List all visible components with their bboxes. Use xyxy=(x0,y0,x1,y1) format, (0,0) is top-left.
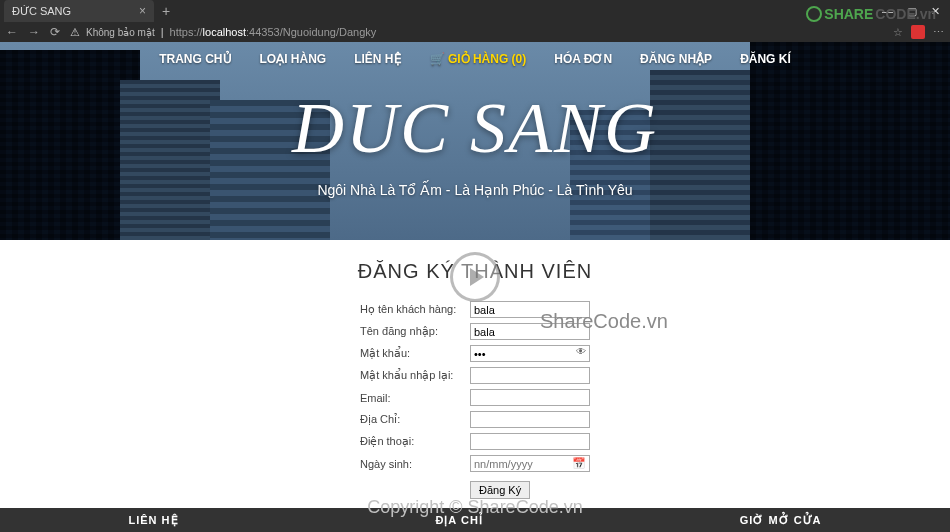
nav-category[interactable]: LOẠI HÀNG xyxy=(260,52,327,66)
sharecode-icon xyxy=(806,6,822,22)
browser-tab[interactable]: ĐỨC SANG × xyxy=(4,0,154,22)
menu-icon[interactable]: ⋯ xyxy=(933,26,944,39)
play-icon[interactable] xyxy=(450,252,500,302)
nav-invoice[interactable]: HÓA ĐƠN xyxy=(554,52,612,66)
dob-label: Ngày sinh: xyxy=(360,458,470,470)
favorite-icon[interactable]: ☆ xyxy=(893,26,903,39)
nav-login[interactable]: ĐĂNG NHẬP xyxy=(640,52,712,66)
email-input[interactable] xyxy=(470,389,590,406)
warning-icon: ⚠ xyxy=(70,26,80,39)
phone-label: Điện thoại: xyxy=(360,435,470,448)
hero-banner: TRANG CHỦ LOẠI HÀNG LIÊN HỆ 🛒 GIỎ HÀNG (… xyxy=(0,42,950,240)
nav-register[interactable]: ĐĂNG KÍ xyxy=(740,52,791,66)
watermark-center: ShareCode.vn xyxy=(540,310,668,333)
address-label: Địa Chỉ: xyxy=(360,413,470,426)
password2-label: Mật khẩu nhập lại: xyxy=(360,369,470,382)
add-tab-icon[interactable]: + xyxy=(154,3,178,19)
nav-cart[interactable]: 🛒 GIỎ HÀNG (0) xyxy=(430,52,527,66)
site-tagline: Ngôi Nhà Là Tổ Ấm - Là Hạnh Phúc - Là Tì… xyxy=(0,182,950,198)
site-logo: DUC SANG xyxy=(0,87,950,170)
url-text: https://localhost:44353/Nguoidung/Dangky xyxy=(170,26,377,38)
phone-input[interactable] xyxy=(470,433,590,450)
dob-input[interactable] xyxy=(470,455,590,472)
close-icon[interactable]: × xyxy=(139,4,146,18)
password-input[interactable] xyxy=(470,345,590,362)
extension-icon[interactable] xyxy=(911,25,925,39)
reload-icon[interactable]: ⟳ xyxy=(50,25,60,39)
watermark-bottom: Copyright © ShareCode.vn xyxy=(0,497,950,518)
eye-icon[interactable]: 👁 xyxy=(576,346,586,357)
email-label: Email: xyxy=(360,392,470,404)
nav-home[interactable]: TRANG CHỦ xyxy=(159,52,231,66)
watermark-logo: SHARECODE.vn xyxy=(806,6,936,22)
password-label: Mật khẩu: xyxy=(360,347,470,360)
nav-contact[interactable]: LIÊN HỆ xyxy=(354,52,401,66)
username-label: Tên đăng nhập: xyxy=(360,325,470,338)
password2-input[interactable] xyxy=(470,367,590,384)
address-input[interactable] xyxy=(470,411,590,428)
top-nav: TRANG CHỦ LOẠI HÀNG LIÊN HỆ 🛒 GIỎ HÀNG (… xyxy=(0,52,950,66)
back-icon[interactable]: ← xyxy=(6,25,18,39)
separator: | xyxy=(161,26,164,38)
forward-icon[interactable]: → xyxy=(28,25,40,39)
tab-title: ĐỨC SANG xyxy=(12,5,71,18)
address-bar[interactable]: ⚠ Không bảo mật | https://localhost:4435… xyxy=(70,26,883,39)
cart-icon: 🛒 xyxy=(430,52,445,66)
fullname-label: Họ tên khách hàng: xyxy=(360,303,470,316)
security-text: Không bảo mật xyxy=(86,27,155,38)
